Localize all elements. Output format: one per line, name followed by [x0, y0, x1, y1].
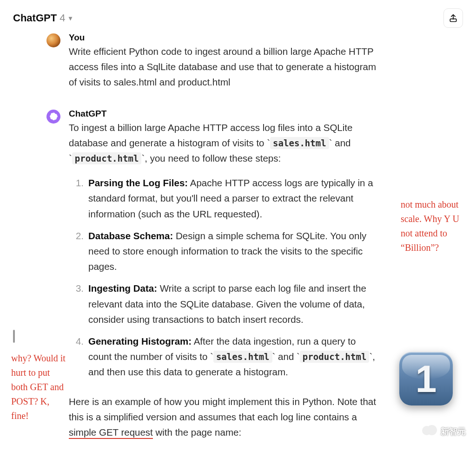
watermark: 新智元 — [422, 425, 466, 438]
user-message-text: Write efficient Python code to ingest ar… — [69, 44, 381, 90]
user-message: You Write efficient Python code to inges… — [0, 33, 381, 109]
annotation-right: not much about scale. Why Y U not attend… — [401, 197, 470, 255]
user-author-label: You — [69, 33, 381, 43]
header: ChatGPT 4 ▾ — [0, 0, 476, 33]
annotation-left: why? Would it hurt to put both GET and P… — [11, 351, 67, 423]
user-avatar — [46, 33, 60, 47]
page-badge: 1 — [399, 352, 453, 405]
openai-icon — [49, 112, 58, 121]
assistant-avatar — [46, 110, 60, 124]
step-1: Parsing the Log Files: Apache HTTP acces… — [73, 175, 381, 222]
model-selector[interactable]: ChatGPT 4 ▾ — [13, 12, 72, 24]
assistant-steps-list: Parsing the Log Files: Apache HTTP acces… — [69, 175, 381, 379]
watermark-text: 新智元 — [441, 426, 466, 437]
step-3: Ingesting Data: Write a script to parse … — [73, 281, 381, 327]
text-cursor-indicator — [13, 330, 15, 343]
share-button[interactable] — [443, 8, 463, 28]
assistant-followup: Here is an example of how you might impl… — [69, 394, 381, 440]
share-icon — [449, 13, 458, 23]
step-4: Generating Histogram: After the data ing… — [73, 333, 381, 380]
step-2: Database Schema: Design a simple schema … — [73, 228, 381, 275]
product-name: ChatGPT — [13, 12, 57, 24]
chevron-down-icon: ▾ — [69, 14, 72, 22]
watermark-icon — [422, 425, 438, 438]
assistant-author-label: ChatGPT — [69, 109, 381, 119]
badge-number: 1 — [416, 357, 437, 401]
assistant-intro: To ingest a billion large Apache HTTP ac… — [69, 120, 381, 166]
model-version: 4 — [60, 12, 65, 24]
underlined-phrase: simple GET request — [69, 427, 153, 439]
